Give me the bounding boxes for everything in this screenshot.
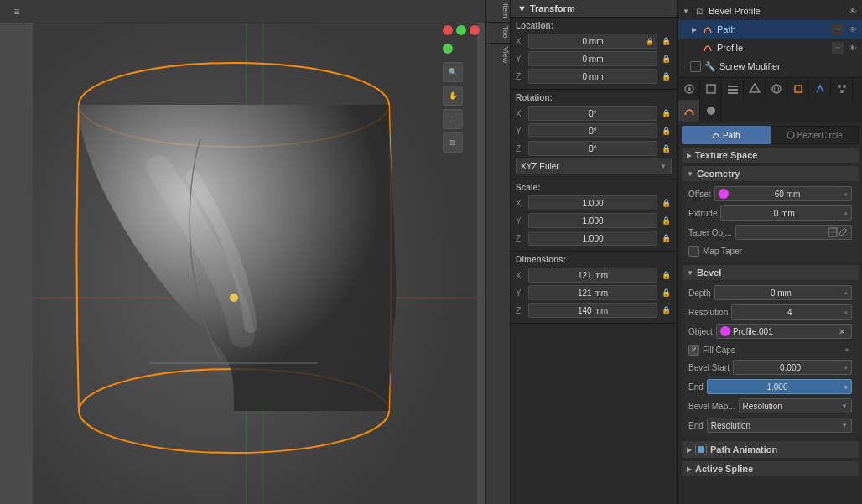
rotation-section: Rotation: X 0° 🔒 Y 0° 🔒 Z 0° 🔒	[511, 90, 677, 179]
prop-tab-object[interactable]	[787, 78, 809, 100]
outliner-bevel-profile[interactable]: ▼ ⊡ Bevel Profile 👁	[678, 2, 862, 20]
dim-x-field[interactable]: 121 mm	[528, 268, 657, 283]
properties-panel: ▼ ⊡ Bevel Profile 👁 ▶ Path ~ 👁	[678, 0, 862, 504]
rotation-x-lock[interactable]: 🔒	[660, 107, 672, 119]
rotation-y-lock[interactable]: 🔒	[660, 125, 672, 137]
rotation-label: Rotation:	[516, 93, 672, 102]
outliner-screw-modifier[interactable]: 🔧 Screw Modifier	[678, 57, 862, 75]
dim-y-lock[interactable]: 🔒	[660, 287, 672, 299]
location-x-lock[interactable]: 🔒	[660, 35, 672, 47]
grid-tool[interactable]: ⊞	[443, 132, 463, 153]
sz-label: Z	[516, 234, 526, 243]
path-animation-header[interactable]: ▶ Path Animation	[682, 441, 859, 458]
path-animation-checkbox[interactable]	[695, 444, 707, 455]
path-label: Path	[717, 24, 828, 34]
bevel-end-field[interactable]: 1.000 ●	[707, 379, 852, 394]
map-taper-checkbox[interactable]	[688, 246, 699, 257]
prop-tab-scene[interactable]	[744, 78, 766, 100]
active-spline-header[interactable]: ▶ Active Spline	[682, 461, 859, 476]
location-label: Location:	[516, 21, 672, 30]
dim-z-lock[interactable]: 🔒	[660, 304, 672, 316]
prop-tab-render[interactable]	[678, 78, 700, 100]
dim-x-lock[interactable]: 🔒	[660, 269, 672, 281]
scale-y-lock[interactable]: 🔒	[660, 215, 672, 226]
prop-tab-world[interactable]	[766, 78, 787, 100]
rotation-mode-dropdown[interactable]: XYZ Euler ▼	[516, 158, 672, 174]
outliner-path[interactable]: ▶ Path ~ 👁	[678, 20, 862, 39]
fill-caps-label: Fill Caps	[703, 346, 735, 355]
prop-tab-modifier[interactable]	[809, 78, 831, 100]
bevel-map-dropdown[interactable]: Resolution ▼	[739, 398, 852, 413]
prop-tab-material[interactable]	[700, 100, 722, 122]
ry-label: Y	[516, 127, 526, 136]
sub-tab-path[interactable]: Path	[682, 126, 771, 144]
texture-space-header[interactable]: ▶ Texture Space	[682, 148, 859, 163]
svg-point-6	[230, 294, 238, 302]
dim-z-field[interactable]: 140 mm	[528, 303, 657, 318]
prop-tab-view-layer[interactable]	[722, 78, 744, 100]
rotation-mode-row: XYZ Euler ▼	[516, 158, 672, 174]
icon-green-dot2	[443, 44, 453, 54]
zoom-tool[interactable]: 🔍	[443, 62, 463, 82]
viewport-3d[interactable]: ≡ 🔍 ✋ 🎥 ⊞ Item Tool View	[0, 0, 510, 504]
profile-eye[interactable]: 👁	[847, 42, 859, 54]
prop-tab-data[interactable]	[678, 100, 700, 122]
bevel-map-row: Bevel Map... Resolution ▼	[685, 397, 855, 415]
bevel-start-row: Bevel Start 0.000 ●	[685, 358, 855, 377]
extrude-field[interactable]: 0 mm ●	[720, 205, 852, 221]
properties-icon-tabs	[678, 78, 862, 122]
profile-expand	[690, 44, 698, 52]
offset-field[interactable]: -60 mm ●	[714, 186, 853, 201]
scale-z-field[interactable]: 1.000	[528, 231, 657, 246]
prop-tab-output[interactable]	[700, 78, 722, 100]
bevel-header[interactable]: ▼ Bevel	[682, 265, 859, 280]
dim-y-field[interactable]: 121 mm	[528, 285, 657, 300]
location-y-lock[interactable]: 🔒	[660, 53, 672, 65]
object-label: Object	[688, 327, 713, 336]
panel-item-label[interactable]: Item	[486, 0, 510, 23]
outliner-profile[interactable]: Profile ~ 👁	[678, 39, 862, 57]
move-tool[interactable]: ✋	[443, 86, 463, 106]
taper-object-row: Taper Obj...	[685, 223, 855, 242]
prop-tab-particles[interactable]	[831, 78, 853, 100]
profile-type-badge: ~	[832, 42, 844, 54]
screw-checkbox[interactable]	[690, 61, 701, 72]
rx-label: X	[516, 109, 526, 118]
sub-tab-bezier[interactable]: BezierCircle	[771, 126, 859, 144]
object-clear-btn[interactable]: ✕	[836, 325, 848, 337]
bevel-profile-icon: ⊡	[693, 5, 705, 17]
y-label: Y	[516, 55, 526, 64]
taper-eyedropper-icon[interactable]	[838, 227, 848, 237]
active-spline-arrow: ▶	[687, 465, 692, 473]
depth-field[interactable]: 0 mm ●	[714, 285, 852, 300]
camera-tool[interactable]: 🎥	[443, 109, 463, 129]
rotation-z-field[interactable]: 0°	[528, 141, 657, 156]
viewport-menu-icon[interactable]: ≡	[7, 2, 27, 22]
screw-modifier-icon: 🔧	[704, 60, 716, 72]
path-eye[interactable]: 👁	[847, 23, 859, 35]
scale-section: Scale: X 1.000 🔒 Y 1.000 🔒 Z 1.000	[511, 179, 677, 252]
object-field[interactable]: Profile.001 ✕	[716, 324, 852, 339]
location-z-field[interactable]: 0 mm	[528, 69, 657, 84]
bevel-start-field[interactable]: 0.000 ●	[733, 360, 852, 375]
fill-caps-checkbox[interactable]: ✓	[688, 345, 699, 356]
rotation-z-lock[interactable]: 🔒	[660, 143, 672, 154]
location-x-field[interactable]: 0 mm 🔒	[528, 34, 657, 49]
panel-tool-label[interactable]: Tool	[486, 23, 510, 44]
rotation-x-field[interactable]: 0°	[528, 106, 657, 121]
resolution-field[interactable]: 4 ●	[731, 304, 852, 320]
end-map-dropdown[interactable]: Resolution ▼	[707, 418, 852, 433]
panel-view-label[interactable]: View	[486, 44, 510, 66]
scale-z-lock[interactable]: 🔒	[660, 232, 672, 244]
scale-y-field[interactable]: 1.000	[528, 213, 657, 228]
location-y-field[interactable]: 0 mm	[528, 51, 657, 66]
location-z-lock[interactable]: 🔒	[660, 70, 672, 82]
rotation-y-field[interactable]: 0°	[528, 123, 657, 138]
geometry-header[interactable]: ▼ Geometry	[682, 166, 859, 181]
bevel-profile-eye[interactable]: 👁	[847, 5, 859, 17]
collapse-arrow[interactable]: ▼	[517, 3, 527, 13]
scale-x-lock[interactable]: 🔒	[660, 197, 672, 209]
svg-point-18	[838, 85, 841, 88]
taper-object-field[interactable]	[735, 225, 852, 240]
scale-x-field[interactable]: 1.000	[528, 195, 657, 210]
